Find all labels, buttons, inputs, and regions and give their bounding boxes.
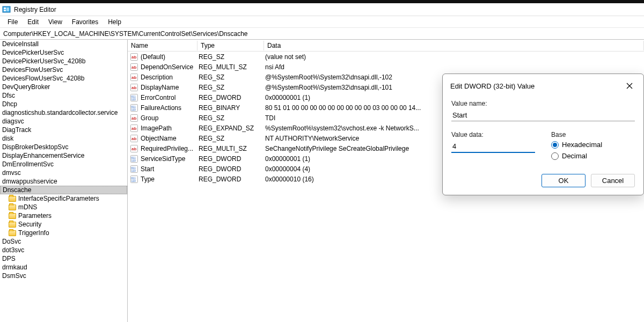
value-name: ObjectName xyxy=(141,135,177,142)
menu-edit[interactable]: Edit xyxy=(23,17,43,27)
value-name: Type xyxy=(141,175,155,183)
string-icon: ab xyxy=(130,53,138,61)
col-data[interactable]: Data xyxy=(264,41,644,50)
value-type: REG_DWORD xyxy=(197,155,264,163)
col-type[interactable]: Type xyxy=(197,41,264,50)
tree-item[interactable]: diagnosticshub.standardcollector.service xyxy=(0,108,127,117)
tree-item[interactable]: DsmSvc xyxy=(0,272,127,280)
value-data-label: Value data: xyxy=(451,131,535,138)
svg-text:ab: ab xyxy=(131,136,136,141)
list-header: Name Type Data xyxy=(128,40,644,52)
tree-item[interactable]: disk xyxy=(0,134,127,143)
tree-item-label: DevicesFlowUserSvc xyxy=(2,65,63,74)
ok-button[interactable]: OK xyxy=(541,174,586,187)
radio-hexadecimal[interactable]: Hexadecimal xyxy=(551,141,635,149)
tree-item[interactable]: diagsvc xyxy=(0,117,127,126)
tree-item-label: InterfaceSpecificParameters xyxy=(18,194,99,203)
tree-item[interactable]: DoSvc xyxy=(0,237,127,246)
tree-item[interactable]: DevicesFlowUserSvc_4208b xyxy=(0,74,127,83)
tree-item[interactable]: Dnscache xyxy=(0,186,127,194)
tree-item[interactable]: DevicePickerUserSvc_4208b xyxy=(0,57,127,65)
close-icon[interactable] xyxy=(623,79,636,92)
radio-dot-icon xyxy=(551,141,559,149)
binary-icon: 011110 xyxy=(130,104,138,112)
tree-item-label: Parameters xyxy=(18,211,52,220)
tree-item-label: DevQueryBroker xyxy=(2,83,50,91)
tree-item[interactable]: DevicePickerUserSvc xyxy=(0,48,127,57)
cancel-button[interactable]: Cancel xyxy=(591,174,635,187)
tree-item[interactable]: DmEnrollmentSvc xyxy=(0,160,127,169)
string-icon: ab xyxy=(130,73,138,82)
menu-file[interactable]: File xyxy=(3,17,22,27)
string-icon: ab xyxy=(130,63,138,71)
value-data: (value not set) xyxy=(264,53,644,61)
address-bar[interactable]: Computer\HKEY_LOCAL_MACHINE\SYSTEM\Curre… xyxy=(0,28,644,40)
string-icon: ab xyxy=(130,124,138,133)
regedit-icon xyxy=(2,5,11,14)
value-name: Group xyxy=(141,114,158,122)
radio-circle-icon xyxy=(551,152,559,160)
tree-item[interactable]: TriggerInfo xyxy=(0,229,127,237)
value-row[interactable]: ab(Default)REG_SZ(value not set) xyxy=(128,52,644,62)
menu-view[interactable]: View xyxy=(44,17,67,27)
svg-rect-3 xyxy=(6,8,9,11)
value-name: ErrorControl xyxy=(141,94,175,101)
window-title: Registry Editor xyxy=(14,6,56,13)
binary-icon: 011110 xyxy=(130,165,138,173)
tree-item-label: Dhcp xyxy=(2,100,17,108)
value-type: REG_SZ xyxy=(197,74,264,81)
tree-item[interactable]: DisplayEnhancementService xyxy=(0,151,127,160)
tree-item[interactable]: dmvsc xyxy=(0,169,127,177)
tree-item[interactable]: DPS xyxy=(0,254,127,263)
tree-item-label: Dfsc xyxy=(2,91,15,100)
svg-text:110: 110 xyxy=(131,179,136,182)
radio-decimal[interactable]: Decimal xyxy=(551,152,635,160)
svg-text:110: 110 xyxy=(131,98,136,101)
tree-item[interactable]: dmwappushservice xyxy=(0,177,127,186)
titlebar: Registry Editor xyxy=(0,3,644,16)
tree-item[interactable]: mDNS xyxy=(0,203,127,211)
tree-item[interactable]: DispBrokerDesktopSvc xyxy=(0,143,127,151)
svg-text:ab: ab xyxy=(131,55,136,60)
value-type: REG_EXPAND_SZ xyxy=(197,125,264,132)
folder-icon xyxy=(9,204,16,210)
tree-item-label: DispBrokerDesktopSvc xyxy=(2,143,68,151)
value-data: nsi Afd xyxy=(264,63,644,71)
tree-item[interactable]: Security xyxy=(0,220,127,229)
tree-item[interactable]: Parameters xyxy=(0,211,127,220)
tree-item[interactable]: dot3svc xyxy=(0,246,127,254)
tree-item[interactable]: drmkaud xyxy=(0,263,127,272)
key-tree[interactable]: DeviceInstallDevicePickerUserSvcDevicePi… xyxy=(0,40,128,322)
tree-item-label: Dnscache xyxy=(3,186,31,194)
tree-item-label: TriggerInfo xyxy=(18,229,49,237)
tree-item[interactable]: Dhcp xyxy=(0,100,127,108)
tree-item-label: DevicePickerUserSvc xyxy=(2,48,64,57)
string-icon: ab xyxy=(130,83,138,92)
tree-item-label: dmwappushservice xyxy=(2,177,57,186)
value-data-field[interactable] xyxy=(451,141,535,153)
col-name[interactable]: Name xyxy=(128,41,197,50)
tree-item[interactable]: DevicesFlowUserSvc xyxy=(0,65,127,74)
value-type: REG_DWORD xyxy=(197,175,264,183)
dialog-title: Edit DWORD (32-bit) Value xyxy=(450,82,535,90)
menu-help[interactable]: Help xyxy=(104,17,126,27)
tree-item[interactable]: DiagTrack xyxy=(0,126,127,134)
tree-item[interactable]: InterfaceSpecificParameters xyxy=(0,194,127,203)
value-name: FailureActions xyxy=(141,104,181,112)
tree-item-label: dot3svc xyxy=(2,246,24,254)
svg-text:110: 110 xyxy=(131,108,136,111)
menu-favorites[interactable]: Favorites xyxy=(68,17,103,27)
tree-item[interactable]: DevQueryBroker xyxy=(0,83,127,91)
svg-text:ab: ab xyxy=(131,126,136,131)
value-name: ImagePath xyxy=(141,125,172,132)
tree-item-label: diagsvc xyxy=(2,117,24,126)
svg-text:ab: ab xyxy=(131,116,136,121)
value-row[interactable]: abDependOnServiceREG_MULTI_SZnsi Afd xyxy=(128,62,644,72)
tree-item-label: dmvsc xyxy=(2,169,21,177)
value-name: DisplayName xyxy=(141,84,179,91)
folder-icon xyxy=(9,230,16,236)
tree-item[interactable]: Dfsc xyxy=(0,91,127,100)
value-name: RequiredPrivileg... xyxy=(141,145,193,152)
tree-item[interactable]: DeviceInstall xyxy=(0,40,127,48)
folder-icon xyxy=(9,196,16,202)
